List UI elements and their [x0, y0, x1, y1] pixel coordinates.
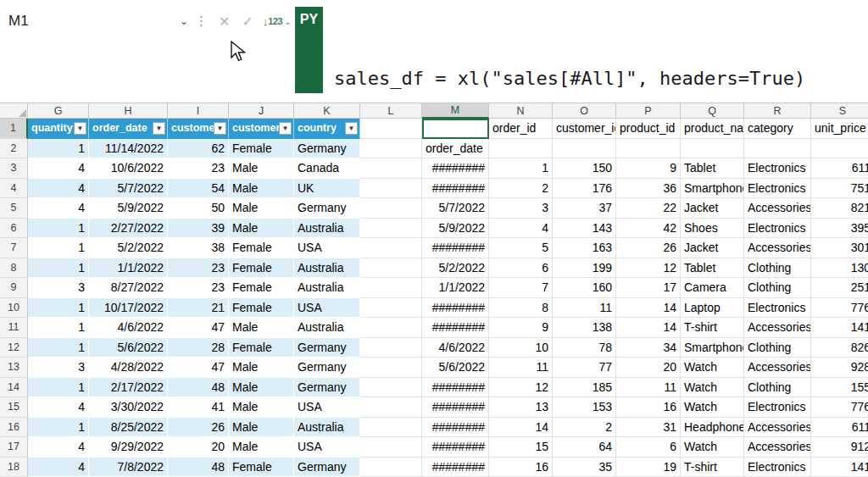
cell-R17[interactable]: Accessories	[744, 437, 811, 458]
filter-button-I[interactable]: ▼	[214, 122, 226, 135]
cell-O16[interactable]: 2	[553, 418, 616, 438]
more-options-icon[interactable]: ⋮	[195, 14, 208, 29]
cell-M6[interactable]: 5/9/2022	[422, 219, 489, 239]
column-header-I[interactable]: I	[168, 103, 229, 119]
cell-S18[interactable]: 141	[811, 458, 868, 477]
cell-L14[interactable]	[360, 378, 422, 398]
cell-G10[interactable]: 1	[28, 298, 89, 319]
cell-R15[interactable]: Electronics	[744, 397, 811, 418]
cell-R3[interactable]: Electronics	[744, 158, 811, 179]
cell-Q8[interactable]: Tablet	[681, 258, 744, 279]
cell-N6[interactable]: 4	[489, 219, 553, 239]
cell-S4[interactable]: 751	[811, 179, 868, 199]
cell-M13[interactable]: 5/6/2022	[422, 358, 489, 378]
cell-H12[interactable]: 5/6/2022	[89, 338, 168, 358]
cell-Q12[interactable]: Smartphone	[681, 338, 744, 358]
cell-H2[interactable]: 11/14/2022	[89, 139, 168, 159]
row-header-4[interactable]: 4	[0, 179, 28, 199]
cell-K4[interactable]: UK	[294, 179, 360, 199]
cell-K17[interactable]: USA	[294, 437, 360, 458]
cell-M1[interactable]	[422, 119, 489, 139]
cell-P2[interactable]	[616, 139, 681, 159]
cell-K14[interactable]: Germany	[294, 378, 360, 398]
cell-K1[interactable]: country▼	[294, 119, 360, 139]
cell-J17[interactable]: Male	[229, 437, 294, 458]
cell-M15[interactable]: ########	[422, 397, 489, 418]
cell-P13[interactable]: 20	[616, 358, 681, 378]
column-header-Q[interactable]: Q	[681, 103, 744, 119]
cell-O3[interactable]: 150	[553, 158, 616, 179]
cell-Q5[interactable]: Jacket	[681, 198, 744, 219]
cell-P16[interactable]: 31	[616, 418, 681, 438]
cell-R5[interactable]: Accessories	[744, 198, 811, 219]
cell-Q18[interactable]: T-shirt	[681, 458, 744, 477]
cell-M11[interactable]: ########	[422, 318, 489, 338]
filter-button-K[interactable]: ▼	[345, 122, 358, 135]
cell-P15[interactable]: 16	[616, 397, 681, 418]
cell-H14[interactable]: 2/17/2022	[89, 378, 168, 398]
cell-S5[interactable]: 821	[811, 198, 868, 219]
cell-Q9[interactable]: Camera	[681, 278, 744, 298]
cell-I17[interactable]: 20	[168, 437, 229, 458]
cell-H7[interactable]: 5/2/2022	[89, 238, 168, 258]
cell-L17[interactable]	[360, 437, 422, 458]
cell-M10[interactable]: ########	[422, 298, 489, 319]
cell-G13[interactable]: 3	[28, 358, 89, 378]
cell-N17[interactable]: 15	[489, 437, 553, 458]
cell-M7[interactable]: ########	[422, 238, 489, 258]
cell-I11[interactable]: 47	[168, 318, 229, 338]
cell-J14[interactable]: Male	[229, 378, 294, 398]
cell-K5[interactable]: Germany	[294, 198, 360, 219]
cell-G12[interactable]: 1	[28, 338, 89, 358]
cell-N9[interactable]: 7	[489, 278, 553, 298]
cell-L12[interactable]	[360, 338, 422, 358]
cell-H5[interactable]: 5/9/2022	[89, 198, 168, 219]
cell-K11[interactable]: Australia	[294, 318, 360, 338]
cell-R14[interactable]: Clothing	[744, 378, 811, 398]
cell-J3[interactable]: Male	[229, 158, 294, 179]
cell-O4[interactable]: 176	[553, 179, 616, 199]
cell-R2[interactable]	[744, 139, 811, 159]
row-header-10[interactable]: 10	[0, 298, 28, 319]
cell-S3[interactable]: 611	[811, 158, 868, 179]
chevron-down-icon[interactable]: ⌄	[180, 15, 188, 27]
cell-K2[interactable]: Germany	[294, 139, 360, 159]
cell-N4[interactable]: 2	[489, 179, 553, 199]
cell-I2[interactable]: 62	[168, 139, 229, 159]
cell-J7[interactable]: Female	[229, 238, 294, 258]
cell-P5[interactable]: 22	[616, 198, 681, 219]
cell-O18[interactable]: 35	[553, 458, 616, 477]
cell-N8[interactable]: 6	[489, 258, 553, 279]
row-header-14[interactable]: 14	[0, 378, 28, 398]
cell-K8[interactable]: Australia	[294, 258, 360, 279]
row-header-15[interactable]: 15	[0, 397, 28, 418]
cell-G7[interactable]: 1	[28, 238, 89, 258]
row-header-5[interactable]: 5	[0, 198, 28, 219]
column-header-J[interactable]: J	[229, 103, 294, 119]
cell-H8[interactable]: 1/1/2022	[89, 258, 168, 279]
cell-Q10[interactable]: Laptop	[681, 298, 744, 319]
cell-M9[interactable]: 1/1/2022	[422, 278, 489, 298]
cell-S16[interactable]: 611	[811, 418, 868, 438]
cell-P10[interactable]: 14	[616, 298, 681, 319]
cell-M4[interactable]: ########	[422, 179, 489, 199]
row-header-11[interactable]: 11	[0, 318, 28, 338]
cell-N3[interactable]: 1	[489, 158, 553, 179]
cell-J1[interactable]: customer_gender▼	[229, 119, 294, 139]
cell-N13[interactable]: 11	[489, 358, 553, 378]
cell-R6[interactable]: Electronics	[744, 219, 811, 239]
cell-K18[interactable]: Germany	[294, 458, 360, 477]
cell-J8[interactable]: Female	[229, 258, 294, 279]
row-header-18[interactable]: 18	[0, 458, 28, 477]
cell-Q13[interactable]: Watch	[681, 358, 744, 378]
row-header-13[interactable]: 13	[0, 358, 28, 378]
cell-L10[interactable]	[360, 298, 422, 319]
cell-H4[interactable]: 5/7/2022	[89, 179, 168, 199]
cell-M5[interactable]: 5/7/2022	[422, 198, 489, 219]
cell-K10[interactable]: USA	[294, 298, 360, 319]
cell-P1[interactable]: product_id	[616, 119, 681, 139]
cell-O9[interactable]: 160	[553, 278, 616, 298]
cell-M12[interactable]: 4/6/2022	[422, 338, 489, 358]
cell-S9[interactable]: 251	[811, 278, 868, 298]
cell-Q6[interactable]: Shoes	[681, 219, 744, 239]
